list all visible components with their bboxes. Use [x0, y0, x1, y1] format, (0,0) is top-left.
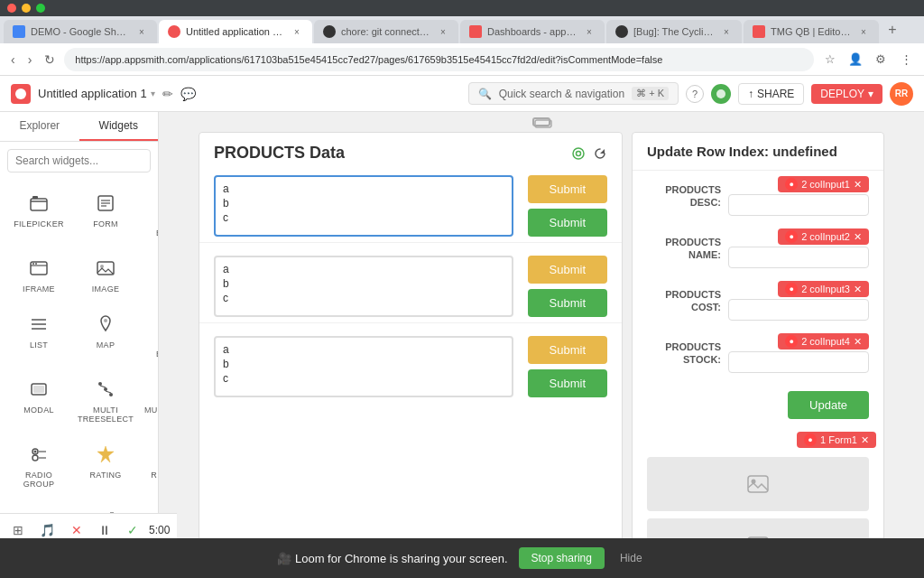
sidebar-item-multitreeselect[interactable]: MULTI TREESELECT: [74, 369, 137, 431]
form1-close[interactable]: ✕: [861, 434, 869, 446]
extensions-icon[interactable]: ⚙: [870, 49, 892, 70]
profile-icon[interactable]: 👤: [845, 49, 866, 70]
sidebar-item-multiselect[interactable]: MULTISELECT: [141, 369, 158, 431]
colinput2-label: 2 colInput2: [801, 231, 850, 242]
products-name-field: ● 2 colInput2 ✕: [728, 228, 869, 268]
field-row-products-stock: PRODUCTS STOCK: ● 2 colInput4 ✕: [633, 328, 883, 373]
sidebar-item-radiogroup[interactable]: RADIO GROUP: [7, 434, 70, 496]
edit-icon[interactable]: ✏: [162, 87, 173, 101]
submit-green-button-3[interactable]: Submit: [528, 369, 607, 397]
tab-close-3[interactable]: ×: [437, 25, 449, 38]
toolbar-check-button[interactable]: ✓: [122, 519, 143, 541]
panel-refresh-button[interactable]: [593, 146, 607, 161]
toolbar-audio-button[interactable]: 🎵: [34, 519, 60, 541]
stop-sharing-button[interactable]: Stop sharing: [519, 547, 605, 569]
colinput1-badge[interactable]: ● 2 colInput1 ✕: [778, 176, 869, 192]
sidebar-item-rating[interactable]: RATING: [74, 434, 137, 496]
help-icon[interactable]: ?: [686, 85, 704, 103]
hide-button[interactable]: Hide: [615, 547, 647, 569]
reload-button[interactable]: ↻: [41, 49, 59, 70]
sidebar-item-menubutton[interactable]: MENU BUTTON: [141, 304, 158, 366]
submit-yellow-button-1[interactable]: Submit: [528, 175, 607, 203]
deploy-button[interactable]: DEPLOY ▾: [811, 84, 882, 104]
list-label: LIST: [30, 340, 48, 350]
image-icon: [93, 256, 118, 281]
colinput4-badge[interactable]: ● 2 colInput4 ✕: [778, 333, 869, 350]
browser-tab-2[interactable]: Untitled application 1 | E... ×: [159, 20, 312, 43]
field-row-products-cost: PRODUCTS COST: ● 2 colInput3 ✕: [633, 275, 883, 321]
sidebar-item-list[interactable]: LIST: [7, 304, 70, 366]
tab-close-2[interactable]: ×: [291, 25, 303, 38]
colinput3-label: 2 colInput3: [801, 284, 850, 294]
sidebar-item-form[interactable]: FORM: [74, 183, 137, 245]
submit-yellow-button-2[interactable]: Submit: [528, 256, 607, 284]
submit-green-button-2[interactable]: Submit: [528, 289, 607, 317]
app-name-caret: ▾: [151, 89, 155, 98]
widget-search-input[interactable]: [7, 149, 151, 172]
update-button[interactable]: Update: [788, 391, 869, 419]
sidebar-item-map[interactable]: MAP: [74, 304, 137, 366]
colinput4-close[interactable]: ✕: [854, 336, 862, 348]
sidebar-item-modal[interactable]: MODAL: [7, 369, 70, 431]
submit-green-button-1[interactable]: Submit: [528, 209, 607, 237]
tab-close-6[interactable]: ×: [857, 25, 870, 38]
browser-tab-4[interactable]: Dashboards - appsmith... ×: [460, 20, 605, 43]
comment-icon[interactable]: 💬: [180, 87, 196, 101]
browser-tab-5[interactable]: [Bug]: The Cyclic depen... ×: [606, 20, 742, 43]
notification-message: 🎥 Loom for Chrome is sharing your screen…: [277, 552, 507, 565]
url-input[interactable]: https://app.appsmith.com/applications/61…: [64, 48, 814, 71]
sidebar-item-richtexteditor[interactable]: RICH TEXT EDITOR: [141, 434, 158, 496]
tab-explorer[interactable]: Explorer: [0, 112, 79, 141]
new-tab-button[interactable]: +: [881, 18, 904, 42]
app-name-display[interactable]: Untitled application 1 ▾: [38, 87, 155, 100]
bookmark-icon[interactable]: ☆: [819, 49, 841, 70]
form1-label: 1 Form1: [820, 434, 857, 445]
tab-close-5[interactable]: ×: [720, 25, 733, 38]
browser-tab-3[interactable]: chore: git connect cypre... ×: [314, 20, 458, 43]
products-cost-input[interactable]: [728, 299, 869, 321]
browser-tab-6[interactable]: TMG QB | Editor | Apps... ×: [744, 20, 879, 43]
products-stock-field: ● 2 colInput4 ✕: [728, 333, 869, 373]
toolbar-close-button[interactable]: ✕: [66, 519, 88, 541]
sidebar-item-filepicker[interactable]: FILEPICKER: [7, 183, 70, 245]
quick-search-box[interactable]: 🔍 Quick search & navigation ⌘ + K: [468, 82, 679, 105]
tab-widgets[interactable]: Widgets: [79, 112, 159, 141]
sidebar-item-iframe[interactable]: IFRAME: [7, 248, 70, 301]
search-shortcut: ⌘ + K: [632, 87, 669, 100]
colinput3-close[interactable]: ✕: [854, 284, 862, 295]
canvas-device-indicator: [532, 117, 550, 126]
forward-button[interactable]: ›: [24, 49, 36, 70]
back-button[interactable]: ‹: [7, 49, 19, 70]
form1-badge[interactable]: ● 1 Form1 ✕: [797, 432, 876, 448]
form-row-3-content: a b c Submit Submit: [214, 336, 607, 397]
products-stock-input[interactable]: [728, 351, 869, 373]
panel-settings-button[interactable]: [571, 146, 586, 161]
sidebar-item-input[interactable]: INPUT: [141, 248, 158, 301]
colinput3-badge[interactable]: ● 2 colInput3 ✕: [778, 281, 869, 297]
filepicker-icon: [26, 191, 51, 216]
user-avatar[interactable]: RR: [890, 82, 913, 106]
browser-tab-1[interactable]: DEMO - Google Sheets ×: [4, 20, 157, 43]
sidebar-item-image[interactable]: IMAGE: [74, 248, 137, 301]
products-cost-field: ● 2 colInput3 ✕: [728, 281, 869, 321]
toolbar-screen-button[interactable]: ⊞: [7, 519, 29, 541]
submit-yellow-button-3[interactable]: Submit: [528, 336, 607, 364]
sidebar-item-iconbutton[interactable]: ICON BUTTON: [141, 183, 158, 245]
more-icon[interactable]: ⋮: [895, 49, 917, 70]
radiogroup-icon: [26, 442, 51, 467]
form-textarea-1[interactable]: a b c: [214, 175, 513, 237]
app-logo: [11, 84, 31, 104]
colinput2-close[interactable]: ✕: [854, 231, 862, 243]
form-row-1: a b c Submit Submit: [199, 170, 622, 243]
products-desc-field: ● 2 colInput1 ✕: [728, 176, 869, 216]
form-textarea-2[interactable]: a b c: [214, 256, 513, 317]
toolbar-pause-button[interactable]: ⏸: [93, 519, 116, 541]
share-button[interactable]: ↑ SHARE: [738, 83, 804, 105]
form-textarea-3[interactable]: a b c: [214, 336, 513, 397]
colinput2-badge[interactable]: ● 2 colInput2 ✕: [778, 228, 869, 245]
colinput1-close[interactable]: ✕: [854, 179, 862, 191]
tab-close-1[interactable]: ×: [135, 25, 148, 38]
products-name-input[interactable]: [728, 247, 869, 268]
products-desc-input[interactable]: [728, 194, 869, 216]
tab-close-4[interactable]: ×: [583, 25, 596, 38]
